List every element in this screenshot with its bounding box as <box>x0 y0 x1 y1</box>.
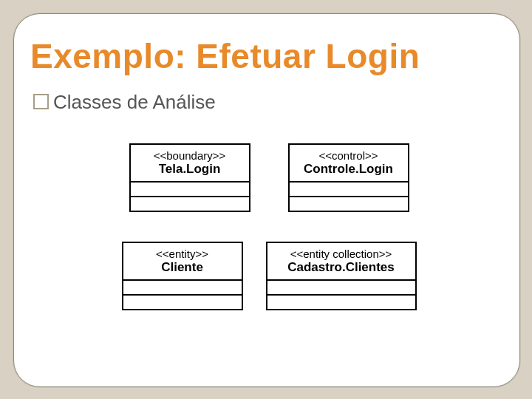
uml-op-section <box>267 296 415 309</box>
uml-stereotype: <<entity collection>> <box>275 248 408 260</box>
uml-class-entity: <<entity>> Cliente <box>122 242 243 310</box>
uml-op-section <box>123 296 242 309</box>
uml-stereotype: <<boundary>> <box>138 149 242 162</box>
uml-class-head: <<boundary>> Tela.Login <box>131 145 249 183</box>
uml-op-section <box>290 197 408 211</box>
uml-stereotype: <<control>> <box>297 149 400 162</box>
uml-class-head: <<control>> Controle.Login <box>290 145 408 183</box>
uml-class-entity-collection: <<entity collection>> Cadastro.Clientes <box>266 242 417 310</box>
bullet-icon <box>33 94 49 109</box>
uml-attr-section <box>267 281 415 296</box>
slide-title: Exemplo: Efetuar Login <box>30 36 420 76</box>
uml-op-section <box>131 197 249 211</box>
uml-stereotype: <<entity>> <box>131 248 234 260</box>
subtitle-text: Classes de Análise <box>53 91 216 113</box>
uml-class-boundary: <<boundary>> Tela.Login <box>129 143 250 212</box>
uml-class-head: <<entity>> Cliente <box>123 243 242 281</box>
uml-row-top: <<boundary>> Tela.Login <<control>> Cont… <box>110 143 428 212</box>
slide-subtitle: Classes de Análise <box>33 91 216 114</box>
uml-classname: Controle.Login <box>297 162 400 177</box>
uml-classname: Tela.Login <box>138 162 242 177</box>
uml-class-control: <<control>> Controle.Login <box>288 143 409 212</box>
uml-attr-section <box>131 183 249 197</box>
uml-attr-section <box>123 281 242 296</box>
uml-attr-section <box>290 183 408 197</box>
uml-classname: Cliente <box>131 260 234 275</box>
uml-classname: Cadastro.Clientes <box>275 260 408 275</box>
uml-class-head: <<entity collection>> Cadastro.Clientes <box>267 243 415 281</box>
uml-diagram: <<boundary>> Tela.Login <<control>> Cont… <box>110 143 428 339</box>
slide-card: Exemplo: Efetuar Login Classes de Anális… <box>13 13 520 387</box>
uml-row-bottom: <<entity>> Cliente <<entity collection>>… <box>110 242 428 310</box>
